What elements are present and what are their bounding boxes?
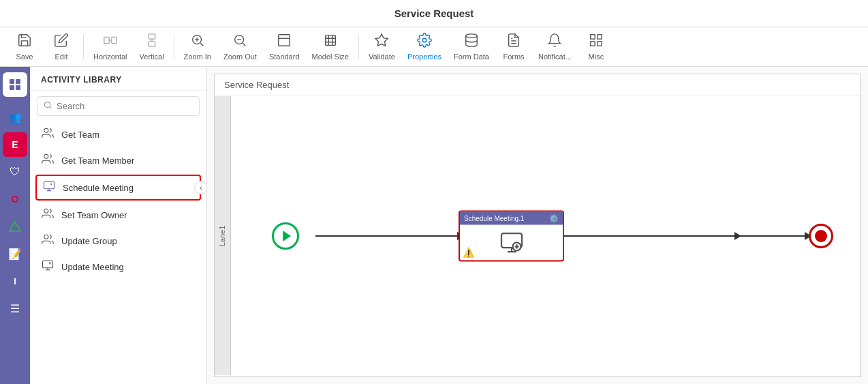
sidebar-item-get-team-member-label: Get Team Member	[61, 156, 134, 166]
search-icon	[43, 100, 52, 112]
lane-content: Schedule Meeting.1 ⚙️	[231, 96, 861, 375]
flow-arrow-start	[315, 235, 459, 237]
svg-rect-27	[16, 85, 20, 90]
nav-shield-icon[interactable]: 🛡	[3, 160, 27, 184]
update-meeting-icon	[41, 259, 55, 274]
search-box[interactable]	[37, 96, 200, 116]
svg-marker-28	[10, 222, 20, 231]
svg-line-11	[243, 43, 246, 46]
canvas-body[interactable]: Lane1 Schedule Meeting.1 ⚙️	[215, 96, 861, 375]
svg-point-17	[466, 34, 478, 38]
svg-point-16	[422, 38, 427, 42]
sidebar-item-schedule-meeting[interactable]: Schedule Meeting ‹	[35, 175, 201, 201]
nav-menu-icon[interactable]: ☰	[3, 296, 27, 321]
svg-rect-20	[591, 35, 595, 39]
svg-rect-0	[104, 37, 109, 43]
sidebar-item-update-group[interactable]: Update Group	[30, 228, 206, 254]
nav-exchange-icon[interactable]: E	[3, 132, 27, 157]
canvas-container: Service Request Lane1 Sched	[214, 74, 861, 377]
page-title: Service Request	[394, 8, 474, 19]
activity-node-header: Schedule Meeting.1 ⚙️	[460, 211, 563, 224]
save-icon	[17, 33, 32, 51]
toolbar: Save Edit Horizontal Vertical Zoom In Zo…	[0, 27, 868, 67]
nav-drive-icon[interactable]	[3, 214, 27, 239]
toolbar-properties[interactable]: Properties	[402, 30, 447, 63]
svg-point-29	[44, 102, 50, 107]
toolbar-validate[interactable]: Validate	[363, 30, 401, 63]
nav-office-icon[interactable]: O	[3, 187, 27, 211]
zoom-out-label: Zoom Out	[223, 53, 257, 61]
svg-marker-52	[734, 232, 741, 240]
nav-id-icon[interactable]: I	[3, 269, 27, 293]
svg-rect-23	[598, 42, 602, 46]
vertical-label: Vertical	[140, 53, 164, 61]
svg-rect-24	[10, 79, 14, 84]
svg-rect-22	[591, 42, 595, 46]
model-size-icon	[323, 33, 338, 51]
sidebar-item-get-team-label: Get Team	[61, 130, 99, 140]
svg-point-38	[44, 209, 48, 213]
search-input[interactable]	[57, 101, 193, 111]
toolbar-notifications[interactable]: Notificat...	[533, 30, 577, 63]
toolbar-standard[interactable]: Standard	[264, 30, 305, 63]
schedule-meeting-icon	[42, 180, 56, 195]
end-node[interactable]	[809, 224, 833, 248]
sidebar-item-get-team[interactable]: Get Team	[30, 121, 206, 147]
zoom-out-icon	[232, 33, 247, 51]
zoom-in-label: Zoom In	[184, 53, 211, 61]
toolbar-vertical[interactable]: Vertical	[134, 30, 170, 63]
sidebar-item-schedule-meeting-label: Schedule Meeting	[63, 183, 134, 193]
start-node[interactable]	[272, 222, 299, 250]
toolbar-misc[interactable]: Misc	[578, 30, 614, 63]
toolbar-forms[interactable]: Forms	[496, 30, 531, 63]
toolbar-edit[interactable]: Edit	[44, 30, 79, 63]
end-node-inner	[815, 230, 827, 242]
sidebar-header: ACTIVITY LIBRARY	[30, 67, 206, 91]
form-data-label: Form Data	[454, 53, 489, 61]
sidebar-list: Get Team Get Team Member Schedule Meetin…	[30, 121, 206, 384]
nav-teams-icon[interactable]: 👥	[3, 105, 27, 130]
sidebar-item-update-meeting-label: Update Meeting	[61, 262, 124, 272]
get-team-icon	[41, 127, 55, 142]
lane-label: Lane1	[215, 96, 231, 375]
nav-docs-icon[interactable]: 📝	[3, 241, 27, 266]
toolbar-sep-3	[358, 35, 359, 59]
toolbar-zoom-out[interactable]: Zoom Out	[218, 30, 262, 63]
sidebar-item-set-team-owner[interactable]: Set Team Owner	[30, 202, 206, 228]
sidebar-item-set-team-owner-label: Set Team Owner	[61, 210, 127, 220]
toolbar-model-size[interactable]: Model Size	[307, 30, 354, 63]
activity-settings-icon[interactable]: ⚙️	[549, 213, 559, 222]
misc-label: Misc	[589, 53, 604, 61]
horizontal-label: Horizontal	[93, 53, 127, 61]
forms-label: Forms	[503, 53, 524, 61]
nav-apps-icon[interactable]	[3, 72, 27, 97]
sidebar-item-update-meeting[interactable]: Update Meeting	[30, 254, 206, 280]
toolbar-save[interactable]: Save	[7, 30, 42, 63]
validate-icon	[374, 33, 389, 51]
activity-node-schedule-meeting[interactable]: Schedule Meeting.1 ⚙️	[459, 210, 564, 261]
misc-icon	[589, 33, 604, 51]
standard-label: Standard	[269, 53, 300, 61]
svg-rect-40	[43, 261, 53, 268]
svg-line-30	[50, 107, 52, 109]
toolbar-zoom-in[interactable]: Zoom In	[179, 30, 217, 63]
activity-node-title: Schedule Meeting.1	[464, 214, 524, 222]
save-label: Save	[16, 53, 33, 61]
notifications-icon	[547, 33, 562, 51]
forms-icon	[506, 33, 521, 51]
toolbar-form-data[interactable]: Form Data	[448, 30, 495, 63]
main-layout: 👥 E 🛡 O 📝 I ☰ ACTIVITY LIBRARY Get Team	[0, 67, 868, 384]
toolbar-sep-1	[83, 35, 84, 59]
svg-point-39	[44, 235, 48, 239]
update-group-icon	[41, 233, 55, 248]
collapse-sidebar-button[interactable]: ‹	[194, 181, 206, 194]
toolbar-horizontal[interactable]: Horizontal	[88, 30, 133, 63]
get-team-member-icon	[41, 153, 55, 168]
standard-icon	[277, 33, 292, 51]
svg-rect-13	[279, 35, 290, 46]
svg-rect-33	[44, 181, 55, 189]
sidebar-item-get-team-member[interactable]: Get Team Member	[30, 147, 206, 173]
sidebar: ACTIVITY LIBRARY Get Team Get Team Membe…	[30, 67, 207, 384]
svg-rect-26	[10, 85, 14, 90]
svg-rect-1	[112, 37, 117, 43]
